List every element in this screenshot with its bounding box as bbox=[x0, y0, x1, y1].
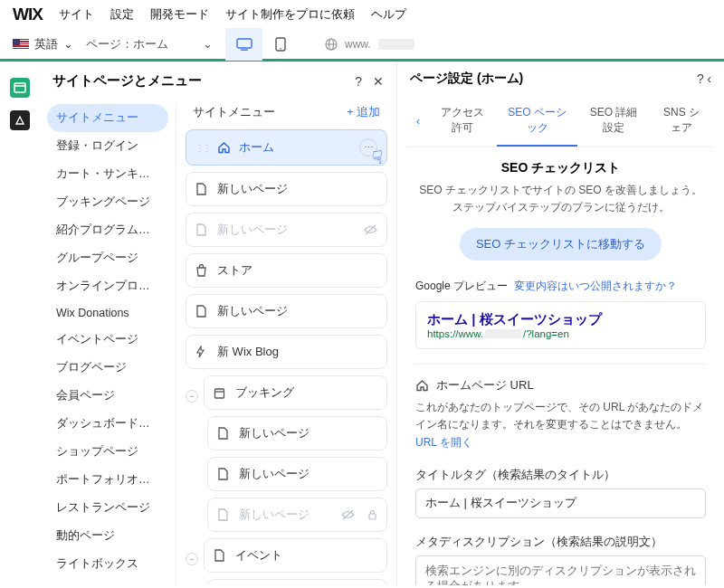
collapse-toggle[interactable]: − bbox=[186, 390, 198, 403]
sidebar-item[interactable]: グループページ bbox=[47, 244, 168, 272]
title-tag-label: タイトルタグ（検索結果のタイトル） bbox=[415, 468, 706, 483]
seo-checklist-button[interactable]: SEO チェックリストに移動する bbox=[460, 228, 662, 261]
menu-settings[interactable]: 設定 bbox=[110, 7, 134, 23]
page-selector[interactable]: ページ：ホーム ⌄ bbox=[86, 36, 213, 52]
page-item-label: イベント bbox=[235, 547, 282, 564]
page-icon bbox=[217, 508, 232, 521]
page-item-label: ホーム bbox=[239, 139, 274, 156]
when-published-link[interactable]: 変更内容はいつ公開されますか？ bbox=[514, 280, 677, 292]
sidebar-item[interactable]: カート・サンキュー... bbox=[47, 160, 168, 188]
mobile-icon bbox=[275, 37, 286, 52]
home-icon bbox=[217, 141, 232, 154]
language-label: 英語 bbox=[34, 36, 58, 52]
page-item[interactable]: 新しいページ bbox=[186, 294, 387, 328]
page-icon bbox=[214, 549, 228, 562]
sidebar-item[interactable]: ダッシュボードページ bbox=[47, 410, 168, 438]
open-url-link[interactable]: URL を開く bbox=[415, 436, 472, 449]
sidebar-item[interactable]: イベントページ bbox=[47, 326, 168, 354]
page-item-events[interactable]: イベント bbox=[204, 538, 387, 573]
page-item[interactable]: 新しいページ bbox=[186, 172, 387, 206]
desktop-view-button[interactable] bbox=[225, 28, 262, 61]
meta-desc-label: メタディスクリプション（検索結果の説明文） bbox=[415, 535, 706, 550]
sidebar-item[interactable]: オンラインプログラ... bbox=[47, 272, 168, 300]
page-item-label: 新しいページ bbox=[217, 303, 288, 319]
page-icon bbox=[195, 305, 210, 318]
page-item-label: 新しいページ bbox=[239, 425, 310, 441]
svg-rect-0 bbox=[237, 39, 252, 48]
flag-icon bbox=[13, 39, 29, 50]
title-tag-input[interactable] bbox=[415, 488, 706, 518]
sidebar-item[interactable]: ライトボックス bbox=[47, 550, 168, 578]
calendar-icon bbox=[214, 387, 228, 399]
sitemenu-heading: サイトメニュー bbox=[193, 104, 275, 120]
sidebar-item[interactable]: 紹介プログラムページ bbox=[47, 216, 168, 244]
menu-help[interactable]: ヘルプ bbox=[371, 7, 406, 23]
sidebar-item[interactable]: ショップページ bbox=[47, 438, 168, 466]
menu-hire[interactable]: サイト制作をプロに依頼 bbox=[225, 7, 355, 23]
homepage-url-heading: ホームページ URL bbox=[436, 377, 534, 394]
tab-access[interactable]: アクセス許可 bbox=[428, 96, 497, 147]
sidebar-item[interactable]: 動的ページ bbox=[47, 522, 168, 550]
panel-help-button[interactable]: ? bbox=[355, 74, 362, 89]
tab-sns-share[interactable]: SNS シェア bbox=[650, 96, 713, 147]
page-item[interactable]: 新しいページ bbox=[207, 457, 387, 491]
seo-checklist-heading: SEO チェックリスト bbox=[415, 160, 706, 176]
page-item[interactable]: 新しいページ bbox=[207, 416, 387, 450]
page-icon bbox=[217, 427, 232, 440]
seo-help-button[interactable]: ? bbox=[697, 71, 704, 86]
sidebar-item[interactable]: ブログページ bbox=[47, 354, 168, 382]
sidebar-item[interactable]: 会員ページ bbox=[47, 382, 168, 410]
menu-site[interactable]: サイト bbox=[59, 7, 94, 23]
svg-point-3 bbox=[280, 48, 281, 50]
add-page-button[interactable]: + 追加 bbox=[347, 105, 380, 120]
page-item-label: ストア bbox=[217, 262, 252, 279]
wix-logo[interactable]: WIX bbox=[13, 5, 43, 24]
page-item[interactable]: 新しいページ bbox=[207, 498, 387, 532]
page-item[interactable]: 新しいページ bbox=[207, 579, 387, 585]
page-more-button[interactable]: ⋯ bbox=[359, 138, 377, 156]
google-preview-title: ホーム | 桜スイーツショップ bbox=[427, 311, 694, 328]
sidebar-item[interactable]: 登録・ログイン bbox=[47, 132, 168, 160]
page-item-booking[interactable]: ブッキング bbox=[204, 375, 387, 410]
sidebar-item[interactable]: ブッキングページ bbox=[47, 188, 168, 216]
page-item-blog[interactable]: 新 Wix Blog bbox=[186, 335, 387, 369]
rail-button-2[interactable] bbox=[10, 110, 30, 130]
globe-icon bbox=[325, 38, 338, 51]
sidebar-item[interactable]: Wix Donations bbox=[47, 300, 168, 326]
drag-handle-icon[interactable]: ⋮⋮ bbox=[195, 143, 210, 153]
page-item-label: 新しいページ bbox=[217, 181, 288, 197]
home-icon bbox=[415, 379, 429, 392]
svg-rect-7 bbox=[14, 83, 25, 92]
page-category-list: サイトメニュー 登録・ログイン カート・サンキュー... ブッキングページ 紹介… bbox=[40, 104, 176, 585]
google-preview-url: https://www./?lang=en bbox=[427, 328, 694, 339]
page-item-store[interactable]: ストア bbox=[186, 253, 387, 288]
tab-seo-basic[interactable]: SEO ベーシック bbox=[497, 96, 577, 147]
bag-icon bbox=[195, 264, 210, 277]
meta-desc-textarea[interactable] bbox=[415, 555, 706, 585]
mobile-view-button[interactable] bbox=[262, 28, 298, 61]
sidebar-item[interactable]: ポートフォリオページ bbox=[47, 466, 168, 494]
tab-seo-advanced[interactable]: SEO 詳細設定 bbox=[577, 96, 650, 147]
pages-rail-button[interactable] bbox=[10, 78, 30, 98]
tabs-scroll-left[interactable]: ‹ bbox=[408, 96, 428, 147]
page-icon bbox=[217, 468, 232, 480]
url-display: www. bbox=[310, 38, 414, 51]
sidebar-item[interactable]: レストランページ bbox=[47, 494, 168, 522]
language-selector[interactable]: 英語 ⌄ bbox=[13, 36, 73, 52]
hidden-icon bbox=[341, 509, 355, 520]
page-item-label: 新 Wix Blog bbox=[217, 344, 279, 360]
panel-close-button[interactable]: ✕ bbox=[373, 74, 384, 89]
menu-devmode[interactable]: 開発モード bbox=[150, 7, 209, 23]
page-item[interactable]: 新しいページ bbox=[186, 213, 387, 247]
seo-panel-title: ページ設定 (ホーム) bbox=[410, 71, 523, 87]
page-item-label: 新しいページ bbox=[239, 507, 310, 523]
page-icon bbox=[195, 183, 210, 195]
sidebar-item-sitemenu[interactable]: サイトメニュー bbox=[47, 104, 168, 132]
lock-icon bbox=[367, 509, 377, 520]
page-item-home[interactable]: ⋮⋮ ホーム ⋯ ☟ bbox=[186, 129, 387, 166]
seo-back-button[interactable]: ‹ bbox=[707, 71, 711, 86]
collapse-toggle[interactable]: − bbox=[186, 553, 198, 565]
seo-checklist-desc: SEO チェックリストでサイトの SEO を改善しましょう。ステップバイステップ… bbox=[415, 182, 706, 215]
homepage-url-note: これがあなたのトップページで、その URL があなたのドメイン名になります。それ… bbox=[415, 401, 703, 431]
page-item-label: 新しいページ bbox=[217, 222, 288, 238]
